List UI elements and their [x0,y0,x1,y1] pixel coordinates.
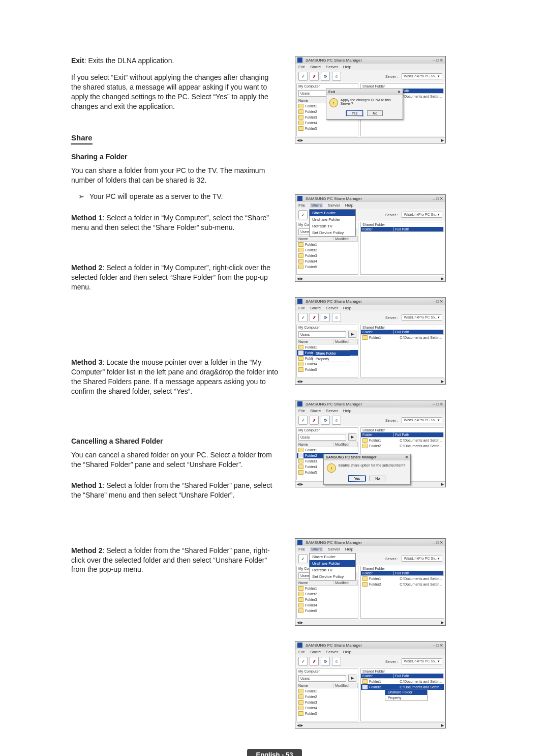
status-bar: ◀ ▶▶ [295,137,445,143]
cancel-method2-label: Method 2 [71,546,102,555]
folder-icon [298,126,303,131]
list-item: Folder2 [297,247,358,253]
unshare-folder-icon[interactable]: ✗ [310,72,319,81]
menu-item-refresh[interactable]: Refresh TV [310,223,355,229]
folder-icon [298,115,303,120]
menu-item-set-policy[interactable]: Set Device Policy [310,573,355,580]
close-icon[interactable]: ✕ [405,455,408,459]
app-icon [297,57,302,63]
sharing-note: ➣ Your PC will operate as a server to th… [71,192,280,201]
yes-button[interactable]: Yes [346,110,363,116]
menu-item-share-folder[interactable]: Share Folder [310,554,355,560]
list-item: Folder5 [297,264,358,270]
server-value[interactable]: WiseLinkPro PC Sv.. ▾ [402,73,442,79]
warning-icon: ! [329,98,338,107]
screenshot-context-unshare: SAMSUNG PC Share Manager– □ ✕ File Share… [295,641,446,729]
menu-item-share-folder[interactable]: Share Folder [310,210,355,216]
screenshot-context-share: SAMSUNG PC Share Manager– □ ✕ File Share… [295,297,446,385]
window-title: SAMSUNG PC Share Manager [306,58,362,63]
menu-help[interactable]: Help [345,203,353,208]
folder-icon [298,121,303,125]
page-number-pill: English - 53 [247,749,302,756]
method3-text: : Locate the mouse pointer over a folder… [71,358,278,395]
no-button[interactable]: No [367,110,383,116]
document-page: Exit: Exits the DLNA application. If you… [0,0,549,756]
text-column: Exit: Exits the DLNA application. If you… [71,56,280,729]
yes-button[interactable]: Yes [349,476,365,481]
screenshot-unshare-menu: SAMSUNG PC Share Manager– □ ✕ File Share… [295,538,446,626]
context-menu-unshare: Unshare Folder Property [385,689,428,701]
screenshot-exit-dialog: SAMSUNG PC Share Manager – □ ✕ File Shar… [295,56,446,143]
list-item: Folder1 [297,242,358,247]
server-label: Server : [385,75,398,78]
exit-dialog-title: Exit [328,90,335,94]
refresh-icon[interactable]: ⟳ [321,72,330,81]
menu-item-unshare-folder[interactable]: Unshare Folder [310,216,355,223]
list-item: Folder5 [297,126,358,131]
ctx-property[interactable]: Property [385,695,427,701]
device-policy-icon[interactable]: ☺ [332,72,341,81]
exit-label: Exit [71,56,84,65]
menubar: File Share Server Help [295,64,445,70]
menu-file[interactable]: File [298,203,305,208]
page-footer: English - 53 [71,749,478,756]
menu-item-set-policy[interactable]: Set Device Policy [310,229,355,236]
confirm-dialog-message: Enable share option for the selected ite… [339,463,405,467]
toolbar: ✓ ✗ ⟳ ☺ Server : WiseLinkPro PC Sv.. ▾ [295,70,445,82]
method1-label: Method 1 [71,214,102,222]
menu-file[interactable]: File [298,65,305,69]
menu-item-unshare-folder[interactable]: Unshare Folder [310,560,355,567]
ctx-unshare-folder[interactable]: Unshare Folder [385,689,427,695]
left-pane-label: My Computer [297,84,358,89]
menu-share[interactable]: Share [310,65,321,69]
window-controls-icon: – □ ✕ [433,58,443,63]
menu-server[interactable]: Server [328,203,340,208]
warning-icon: ! [327,463,336,473]
window-titlebar: SAMSUNG PC Share Manager – □ ✕ [295,56,445,64]
ctx-share-folder[interactable]: Share Folder [313,351,350,356]
no-button[interactable]: No [370,476,385,481]
menu-help[interactable]: Help [343,65,351,69]
ctx-property[interactable]: Property [313,356,350,362]
list-item: Folder1 [297,344,358,350]
menu-server[interactable]: Server [326,65,338,69]
method1-block: Method 1: Select a folder in “My Compute… [71,213,280,232]
list-item: Folder3 [297,253,358,258]
right-pane-label: Shared Folder [361,84,444,89]
method3-block: Method 3: Locate the mouse pointer over … [71,358,280,396]
cancel-method1-label: Method 1 [71,481,102,489]
cancel-subheading: Cancelling a Shared Folder [71,437,280,445]
method2-block: Method 2: Select a folder in “My Compute… [71,263,280,292]
note-arrow-icon: ➣ [78,192,84,201]
share-dropdown-unshare: Share Folder Unshare Folder Refresh TV S… [309,553,356,580]
method2-label: Method 2 [71,264,102,272]
exit-dialog-message: Apply the changed DLNA to this Server? [341,98,400,105]
table-row: Folder1C:\Documents and Settin... [361,335,444,340]
menu-item-refresh[interactable]: Refresh TV [310,567,355,573]
close-icon[interactable]: ✕ [398,90,401,94]
folder-icon [298,104,303,108]
method3-label: Method 3 [71,358,102,366]
window-body: My Computer Users ▶ Name Modified Folder… [295,82,445,137]
share-heading: Share [71,133,93,144]
folder-icon [298,109,303,114]
share-folder-icon[interactable]: ✓ [298,72,308,81]
sharing-note-text: Your PC will operate as a server to the … [89,192,223,200]
cancel-method1-block: Method 1: Select a folder from the “Shar… [71,481,280,500]
confirm-dialog: SAMSUNG PC Share Manager✕ !Enable share … [323,454,411,485]
share-folder-icon[interactable]: ✓ [298,210,308,219]
screenshot-dragdrop-confirm: SAMSUNG PC Share Manager– □ ✕ File Share… [295,400,446,487]
confirm-dialog-title: SAMSUNG PC Share Manager [326,455,377,459]
cancel-method2-block: Method 2: Select a folder from the “Shar… [71,546,280,575]
exit-line: Exit: Exits the DLNA application. [71,56,280,66]
sharing-paragraph: You can share a folder from your PC to t… [71,166,280,185]
exit-desc: : Exits the DLNA application. [84,56,174,65]
screenshot-share-menu: SAMSUNG PC Share Manager– □ ✕ File Share… [295,194,446,282]
cancel-paragraph: You can cancel a shared folder on your P… [71,450,280,470]
list-item: Folder4 [297,120,358,126]
menu-share-open[interactable]: Share Share Folder Unshare Folder Refres… [310,547,323,551]
list-item: Folder5 [297,367,358,372]
context-menu-share: Share Folder Property [313,350,350,362]
menu-share-open[interactable]: Share Share Folder Unshare Folder Refres… [310,203,323,208]
two-column-layout: Exit: Exits the DLNA application. If you… [71,56,478,729]
